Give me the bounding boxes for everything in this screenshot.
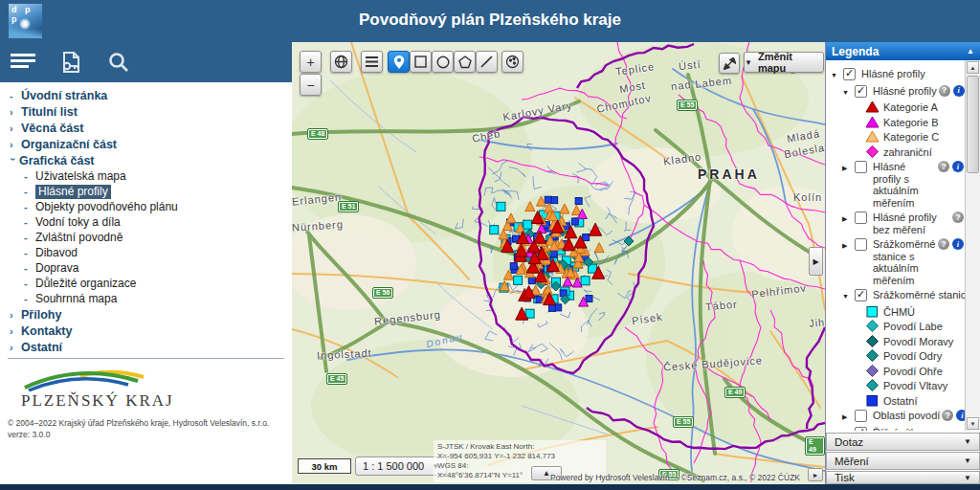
search-icon[interactable] (101, 47, 136, 78)
rectangle-select-tool-button[interactable] (410, 51, 432, 73)
map-marker-square[interactable] (583, 234, 590, 241)
sidebar-item-uvodni-stranka[interactable]: -Úvodní stránka (10, 89, 288, 103)
legend-item-chmu[interactable]: ČHMÚ (826, 306, 966, 319)
legend-item-povodi-odry[interactable]: Povodí Odry (826, 350, 966, 363)
layers-list-button[interactable] (361, 51, 383, 73)
tree-expand-icon[interactable]: ▶ (842, 427, 855, 432)
legend-item-hlasne-profily[interactable]: ▼Hlásné profily?i (826, 85, 966, 100)
tree-collapse-icon[interactable]: ▼ (842, 85, 855, 100)
legend-item-srazkomerne-stanice-s-aktualnim-merenim[interactable]: ▶Srážkoměrné stanice s aktuálním měřením… (826, 238, 966, 286)
legend-item-povodi-ohre[interactable]: Povodí Ohře (826, 366, 966, 378)
collapse-up-icon[interactable]: ▲ (967, 47, 974, 56)
legend-item-povodi-labe[interactable]: Povodí Labe (826, 321, 966, 333)
sidebar-item-vodni-toky-a-dila[interactable]: -Vodní toky a díla (10, 215, 288, 230)
tree-expand-icon[interactable]: ▶ (842, 212, 855, 226)
layer-checkbox[interactable] (855, 85, 867, 98)
sidebar-item-ostatni[interactable]: ›Ostatní (10, 341, 288, 355)
help-icon[interactable]: ? (938, 161, 949, 172)
legend-item-hlasne-profily-bez-mereni[interactable]: ▶Hlásné profily bez měření? (826, 212, 966, 235)
map-marker-square[interactable] (528, 278, 535, 284)
layer-checkbox[interactable] (855, 238, 867, 251)
legend-item-srazkomerne-stanice[interactable]: ▼Srážkoměrné stanice? (826, 289, 966, 303)
legend-item-hlasne-profily[interactable]: ▼Hlásné profily (826, 68, 966, 82)
map-marker-square[interactable] (514, 276, 523, 284)
sidebar-item-dulezite-organizace[interactable]: -Důležité organizace (10, 277, 288, 291)
tree-collapse-icon[interactable]: ▼ (831, 68, 843, 82)
scroll-down-icon[interactable]: ▼ (967, 417, 979, 430)
map-marker-square[interactable] (550, 251, 557, 257)
legend-item-povodi-moravy[interactable]: Povodí Moravy (826, 336, 966, 348)
map-marker-square[interactable] (497, 202, 505, 211)
layer-checkbox[interactable] (855, 212, 867, 224)
overview-globe-button[interactable] (330, 51, 352, 73)
sidebar-item-kontakty[interactable]: ›Kontakty (10, 324, 288, 339)
map-marker-square[interactable] (551, 197, 558, 204)
sidebar-item-titulni-list[interactable]: ›Titulní list (10, 105, 288, 120)
layer-checkbox[interactable] (855, 410, 867, 422)
sidebar-item-uzivatelska-mapa[interactable]: -Uživatelská mapa (10, 169, 288, 184)
info-icon[interactable]: i (952, 238, 964, 250)
sidebar-item-graficka-cast[interactable]: ›Grafická část (10, 154, 288, 168)
map-marker-square[interactable] (581, 277, 590, 285)
info-icon[interactable]: i (952, 161, 964, 172)
legend-header[interactable]: Legenda ▲ (826, 42, 980, 60)
help-icon[interactable]: ? (952, 212, 964, 223)
help-icon[interactable]: ? (942, 410, 953, 421)
sidebar-item-organizacni-cast[interactable]: ›Organizační část (10, 138, 288, 152)
map-marker-square[interactable] (523, 220, 532, 229)
sidebar-item-prilohy[interactable]: ›Přílohy (10, 308, 288, 323)
map-marker-square[interactable] (490, 226, 499, 234)
change-map-button[interactable]: ▼ Změnit mapu (744, 52, 824, 73)
legend-item-kategorie-b[interactable]: Kategorie B (826, 117, 966, 129)
tree-expand-icon[interactable]: ▶ (842, 238, 855, 253)
scroll-up-icon[interactable]: ▲ (967, 61, 979, 74)
legend-item-zahranicni[interactable]: zahraniční (826, 146, 966, 159)
tree-collapse-icon[interactable]: ▼ (842, 289, 855, 303)
menu-icon[interactable] (6, 47, 40, 78)
sidebar-item-souhrnna-mapa[interactable]: -Souhrnná mapa (10, 292, 288, 306)
map-marker-square[interactable] (548, 304, 555, 311)
accordion-mereni[interactable]: Měření▼ (826, 452, 980, 470)
legend-item-ricni-sit[interactable]: ▶Říční síť (826, 427, 966, 432)
point-select-tool-button[interactable] (388, 51, 410, 73)
tree-expand-icon[interactable]: ▶ (842, 161, 855, 175)
line-select-tool-button[interactable] (476, 51, 498, 73)
fullscreen-icon[interactable] (719, 53, 740, 74)
circle-select-tool-button[interactable] (432, 51, 454, 73)
sidebar-item-doprava[interactable]: -Doprava (10, 261, 288, 276)
legend-item-ostatni[interactable]: Ostatní (826, 395, 966, 408)
map-marker-square[interactable] (575, 198, 582, 205)
zoom-out-button[interactable]: − (300, 74, 322, 96)
layer-checkbox[interactable] (843, 68, 856, 80)
legend-item-kategorie-c[interactable]: Kategorie C (826, 131, 966, 144)
polygon-select-tool-button[interactable] (454, 51, 476, 73)
scrollbar-thumb[interactable] (967, 76, 979, 173)
panel-expand-handle[interactable]: ▶ (809, 247, 823, 276)
help-icon[interactable]: ? (938, 238, 949, 250)
layer-checkbox[interactable] (855, 427, 867, 432)
sidebar-item-vecna-cast[interactable]: ›Věcná část (10, 122, 288, 136)
accordion-tisk[interactable]: Tisk▼ (826, 471, 980, 484)
map-viewport[interactable]: TepliceMostChomutovÚstínad LabemLiberecM… (292, 42, 825, 484)
legend-item-kategorie-a[interactable]: Kategorie A (826, 101, 966, 114)
coordinates-tool-button[interactable] (501, 51, 523, 73)
sidebar-item-hlasne-profily[interactable]: -Hlásné profily (10, 185, 288, 199)
legend-item-povodi-vltavy[interactable]: Povodí Vltavy (826, 380, 966, 392)
layer-checkbox[interactable] (855, 289, 867, 301)
legend-scrollbar[interactable]: ▲ ▼ (965, 60, 980, 431)
help-icon[interactable]: ? (939, 85, 950, 97)
accordion-dotaz[interactable]: Dotaz▼ (826, 433, 980, 451)
print-login-icon[interactable] (54, 47, 88, 78)
sidebar-item-dibavod[interactable]: -Dibavod (10, 246, 288, 260)
map-marker-square[interactable] (571, 218, 578, 225)
map-marker-square[interactable] (545, 196, 551, 203)
zoom-in-button[interactable]: + (300, 51, 322, 73)
info-icon[interactable]: i (953, 85, 965, 97)
map-marker-square[interactable] (586, 296, 592, 302)
sidebar-item-objekty-povodnoveho-planu[interactable]: -Objekty povodňového plánu (10, 200, 288, 214)
map-marker-square[interactable] (510, 263, 517, 270)
sidebar-item-zvlastni-povodne[interactable]: -Zvláštní povodně (10, 231, 288, 245)
layer-checkbox[interactable] (855, 161, 867, 173)
legend-item-hlasne-profily-s-aktualnim-merenim[interactable]: ▶Hlásné profily s aktuálním měřením?i (826, 161, 966, 209)
tree-expand-icon[interactable]: ▶ (842, 410, 855, 424)
